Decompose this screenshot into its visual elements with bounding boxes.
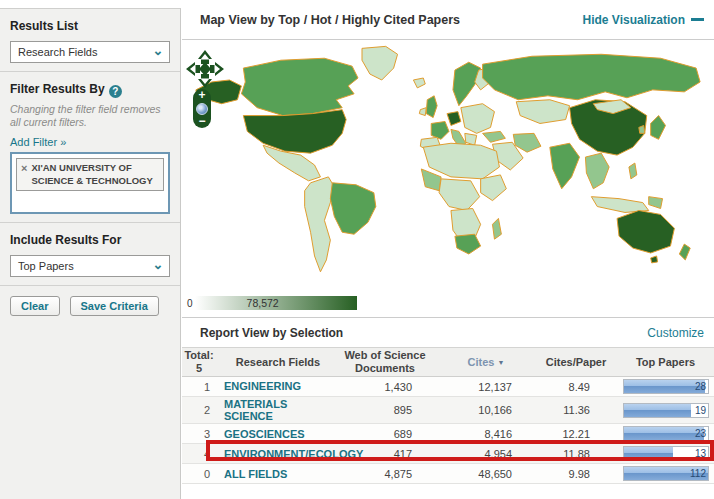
- chevron-down-icon: ⌄: [149, 257, 167, 275]
- report-table-body: 1 ENGINEERING 1,430 12,137 8.49 28 2 MAT…: [182, 377, 714, 484]
- zoom-in-button[interactable]: +: [193, 90, 211, 101]
- map-region-iceland[interactable]: [413, 78, 425, 88]
- map-region-north-africa[interactable]: [423, 143, 499, 179]
- map-region-eastern-europe[interactable]: [461, 104, 495, 134]
- map-pan-control: [186, 50, 224, 88]
- map-region-balkans[interactable]: [465, 133, 477, 145]
- column-header-research-fields[interactable]: Research Fields: [216, 356, 332, 369]
- top-papers-bar: 23: [623, 426, 709, 441]
- pan-center[interactable]: [199, 62, 211, 76]
- map-region-russia[interactable]: [483, 54, 701, 99]
- map-region-france[interactable]: [431, 122, 449, 140]
- map-region-madagascar[interactable]: [492, 218, 501, 239]
- research-field-link[interactable]: GEOSCIENCES: [216, 428, 332, 440]
- column-header-documents[interactable]: Web of Science Documents: [332, 349, 438, 374]
- map-view-title: Map View by Top / Hot / Highly Cited Pap…: [200, 13, 460, 27]
- add-filter-link[interactable]: Add Filter »: [10, 136, 170, 148]
- help-icon[interactable]: ?: [109, 85, 122, 98]
- research-field-link[interactable]: MATERIALS SCIENCE: [216, 398, 332, 422]
- cites-per-paper-value: 12.21: [534, 428, 618, 440]
- map-region-ireland[interactable]: [419, 108, 426, 116]
- map-region-new-zealand[interactable]: [679, 244, 690, 260]
- map-region-new-guinea[interactable]: [649, 197, 663, 209]
- include-results-dropdown[interactable]: Top Papers ⌄: [10, 255, 170, 277]
- remove-filter-icon[interactable]: ×: [21, 162, 27, 187]
- clear-button[interactable]: Clear: [10, 296, 60, 316]
- map-region-brazil[interactable]: [330, 183, 375, 234]
- table-row: 4 ENVIRONMENT/ECOLOGY 417 4,954 11.88 13: [182, 444, 714, 464]
- cites-value: 8,416: [438, 428, 534, 440]
- top-papers-cell: 23: [618, 426, 713, 441]
- filter-sidebar: Results List Research Fields ⌄ Filter Re…: [0, 8, 181, 499]
- legend-gradient-bar: 78,572: [195, 296, 357, 310]
- active-filters-box: × XI'AN UNIVERSITY OF SCIENCE & TECHNOLO…: [10, 152, 170, 214]
- map-region-greenland[interactable]: [362, 46, 398, 80]
- documents-value: 689: [332, 428, 438, 440]
- map-region-southeast-asia[interactable]: [585, 153, 609, 189]
- research-field-link[interactable]: ENVIRONMENT/ECOLOGY: [216, 448, 332, 460]
- map-region-west-africa[interactable]: [421, 169, 441, 191]
- map-region-uk[interactable]: [426, 96, 437, 118]
- map-region-germany[interactable]: [447, 112, 461, 126]
- filter-note: Changing the filter field removes all cu…: [10, 103, 170, 129]
- top-papers-bar-fill: [624, 427, 704, 440]
- top-papers-cell: 28: [618, 379, 713, 394]
- table-header-row: Total: 5 Research Fields Web of Science …: [182, 347, 714, 377]
- top-papers-value: 23: [695, 428, 706, 439]
- save-criteria-button[interactable]: Save Criteria: [70, 296, 159, 316]
- cites-value: 48,650: [438, 468, 534, 480]
- row-rank: 2: [182, 404, 216, 416]
- map-region-india[interactable]: [550, 143, 580, 188]
- globe-reset-icon[interactable]: [196, 103, 208, 115]
- map-region-horn-of-africa[interactable]: [481, 175, 507, 201]
- cites-per-paper-value: 11.88: [534, 448, 618, 460]
- filter-tag[interactable]: × XI'AN UNIVERSITY OF SCIENCE & TECHNOLO…: [16, 158, 164, 191]
- map-region-south-africa[interactable]: [455, 234, 481, 254]
- map-region-canada[interactable]: [241, 58, 358, 115]
- map-visualization: + − 0 78,572: [182, 40, 714, 317]
- results-list-section: Results List Research Fields ⌄: [0, 9, 180, 72]
- map-region-japan[interactable]: [651, 116, 666, 140]
- zoom-out-button[interactable]: −: [193, 116, 211, 127]
- research-field-link[interactable]: ENGINEERING: [216, 380, 332, 392]
- main-panel: Map View by Top / Hot / Highly Cited Pap…: [182, 0, 714, 499]
- filter-tag-label: XI'AN UNIVERSITY OF SCIENCE & TECHNOLOGY: [31, 162, 159, 187]
- cites-per-paper-value: 11.36: [534, 404, 618, 416]
- map-region-central-asia[interactable]: [516, 100, 569, 124]
- map-region-indonesia[interactable]: [591, 197, 648, 213]
- documents-value: 895: [332, 404, 438, 416]
- chevron-down-icon: ⌄: [149, 43, 167, 61]
- research-field-link[interactable]: ALL FIELDS: [216, 468, 332, 480]
- map-region-turkey[interactable]: [483, 131, 506, 142]
- map-region-south-america-west[interactable]: [305, 177, 335, 272]
- hide-visualization-link[interactable]: Hide Visualization: [583, 13, 704, 27]
- map-region-korea[interactable]: [639, 125, 645, 133]
- world-choropleth-map: [186, 42, 710, 290]
- map-region-philippines[interactable]: [629, 163, 637, 179]
- legend-max-label: 78,572: [247, 297, 279, 309]
- map-region-usa[interactable]: [243, 110, 346, 154]
- top-papers-value: 13: [695, 448, 706, 459]
- documents-value: 1,430: [332, 381, 438, 393]
- top-papers-bar: 19: [623, 403, 709, 418]
- cites-per-paper-value: 9.98: [534, 468, 618, 480]
- include-results-heading: Include Results For: [10, 233, 170, 247]
- top-papers-cell: 19: [618, 403, 713, 418]
- map-region-australia[interactable]: [617, 210, 674, 253]
- map-region-central-africa[interactable]: [439, 179, 480, 211]
- customize-link[interactable]: Customize: [647, 326, 704, 340]
- column-header-cites[interactable]: Cites ▼: [438, 356, 534, 369]
- column-header-top-papers[interactable]: Top Papers: [618, 356, 713, 369]
- map-header: Map View by Top / Hot / Highly Cited Pap…: [182, 0, 714, 40]
- top-papers-bar-fill: [624, 447, 673, 460]
- table-row: 0 ALL FIELDS 4,875 48,650 9.98 112: [182, 464, 714, 484]
- top-papers-bar: 112: [623, 466, 709, 481]
- top-papers-value: 28: [695, 381, 706, 392]
- map-region-tasmania[interactable]: [651, 256, 658, 263]
- report-view-title: Report View by Selection: [200, 326, 343, 340]
- column-header-cites-per-paper[interactable]: Cites/Paper: [534, 356, 618, 369]
- results-list-dropdown[interactable]: Research Fields ⌄: [10, 41, 170, 63]
- top-papers-value: 19: [695, 405, 706, 416]
- top-papers-bar: 13: [623, 446, 709, 461]
- row-rank: 1: [182, 381, 216, 393]
